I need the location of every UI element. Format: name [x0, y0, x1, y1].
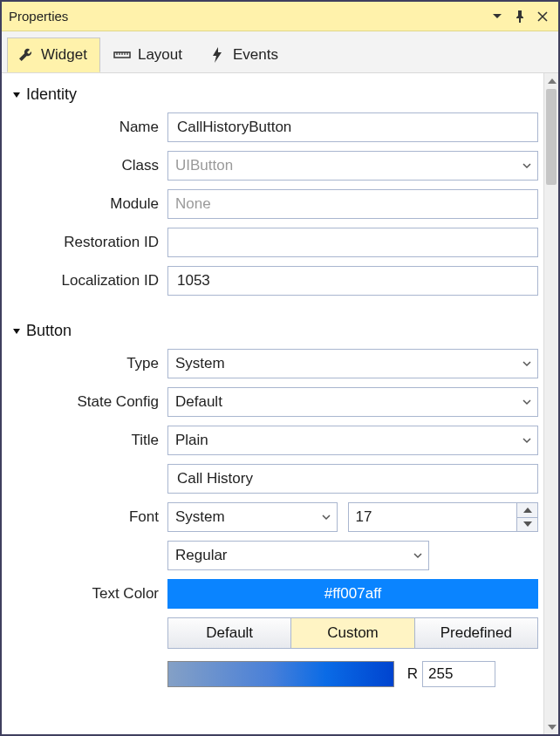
title-text-input[interactable]	[167, 464, 538, 494]
titlebar: Properties	[2, 2, 558, 31]
textcolor-hex: #ff007aff	[324, 585, 382, 603]
section-button-label: Button	[26, 322, 72, 340]
name-input[interactable]	[167, 112, 538, 142]
textcolor-swatch[interactable]: #ff007aff	[167, 579, 538, 609]
bolt-icon	[208, 46, 226, 64]
tab-events[interactable]: Events	[199, 37, 291, 72]
title-label: Title	[10, 432, 167, 449]
window-title: Properties	[9, 9, 483, 24]
localization-input[interactable]	[167, 266, 538, 296]
close-icon[interactable]	[534, 8, 551, 25]
module-label: Module	[10, 195, 167, 213]
r-channel-input[interactable]: 255	[422, 661, 495, 687]
type-label: Type	[10, 355, 167, 372]
font-weight-value: Regular	[175, 547, 228, 564]
title-mode-value: Plain	[175, 432, 208, 449]
chevron-down-icon	[522, 397, 532, 407]
properties-content: Identity Name Class UIButton	[2, 73, 543, 734]
textcolor-label: Text Color	[10, 585, 167, 603]
scroll-up-arrow[interactable]	[544, 73, 558, 88]
wrench-icon	[17, 46, 34, 64]
chevron-down-icon	[522, 435, 532, 446]
stepper-up-icon[interactable]	[517, 503, 537, 518]
scroll-thumb[interactable]	[546, 89, 557, 185]
color-gradient-slider[interactable]	[167, 661, 394, 687]
class-combo[interactable]: UIButton	[167, 151, 538, 181]
section-identity-header[interactable]: Identity	[10, 85, 538, 104]
tab-events-label: Events	[233, 46, 278, 64]
dropdown-button[interactable]	[488, 8, 506, 25]
r-channel-label: R	[403, 665, 422, 683]
caret-down-icon	[10, 325, 23, 337]
type-combo[interactable]: System	[167, 349, 538, 378]
tab-widget-label: Widget	[41, 46, 87, 64]
font-size-input[interactable]: 17	[348, 502, 518, 532]
section-button-header[interactable]: Button	[10, 322, 538, 340]
section-identity-label: Identity	[26, 85, 77, 104]
font-size-stepper[interactable]	[517, 502, 538, 532]
font-family-combo[interactable]: System	[167, 502, 338, 532]
localization-label: Localization ID	[10, 272, 167, 290]
font-family-value: System	[175, 508, 225, 526]
chevron-down-icon	[522, 358, 532, 369]
seg-predefined[interactable]: Predefined	[415, 618, 537, 648]
restoration-label: Restoration ID	[10, 234, 167, 251]
font-label: Font	[10, 508, 167, 526]
section-identity: Identity Name Class UIButton	[10, 85, 538, 296]
font-weight-combo[interactable]: Regular	[167, 541, 429, 570]
seg-default[interactable]: Default	[168, 618, 291, 648]
tabstrip: Widget Layout Events	[2, 31, 558, 73]
stepper-down-icon[interactable]	[517, 518, 537, 532]
stateconfig-combo[interactable]: Default	[167, 387, 538, 417]
chevron-down-icon	[522, 160, 532, 171]
ruler-icon	[113, 46, 131, 64]
class-value: UIButton	[175, 157, 233, 174]
properties-window: Properties Widget Layout Ev	[0, 0, 560, 736]
chevron-down-icon	[413, 550, 423, 561]
tab-widget[interactable]: Widget	[7, 37, 100, 72]
section-button: Button Type System State Config	[10, 322, 538, 687]
pin-icon[interactable]	[511, 8, 529, 25]
seg-custom[interactable]: Custom	[291, 618, 414, 648]
module-input[interactable]: None	[167, 189, 538, 219]
type-value: System	[175, 355, 225, 372]
tab-layout[interactable]: Layout	[104, 37, 195, 72]
caret-down-icon	[10, 89, 23, 101]
vertical-scrollbar[interactable]	[543, 73, 558, 734]
stateconfig-value: Default	[175, 393, 222, 411]
stateconfig-label: State Config	[10, 393, 167, 411]
class-label: Class	[10, 157, 167, 174]
colormode-segmented: Default Custom Predefined	[167, 617, 538, 649]
chevron-down-icon	[321, 512, 331, 522]
restoration-input[interactable]	[167, 228, 538, 257]
name-label: Name	[10, 119, 167, 136]
tab-layout-label: Layout	[138, 46, 182, 64]
module-value: None	[175, 195, 211, 213]
scroll-down-arrow[interactable]	[544, 719, 558, 734]
title-mode-combo[interactable]: Plain	[167, 426, 538, 455]
